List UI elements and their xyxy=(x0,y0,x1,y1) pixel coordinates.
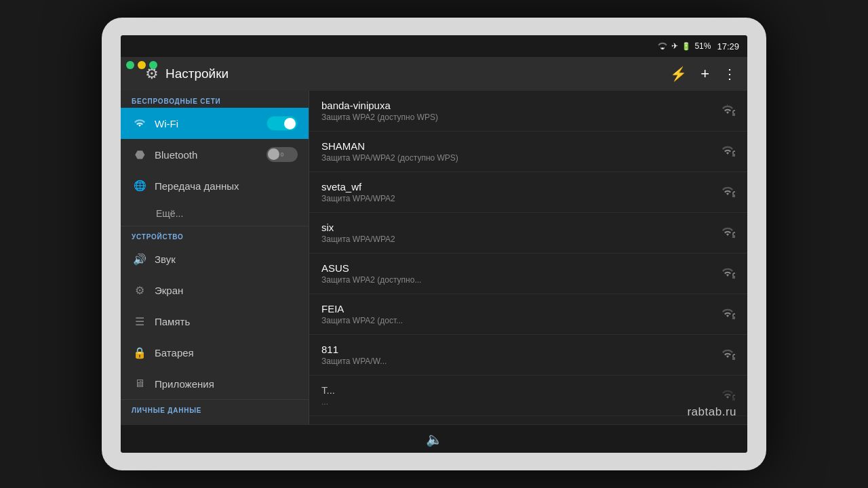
bottom-nav: 🔈 xyxy=(121,424,747,453)
wifi-network-6-name: 811 xyxy=(321,344,720,355)
wifi-network-4-name: ASUS xyxy=(321,262,720,274)
wifi-toggle[interactable] xyxy=(267,116,298,131)
wifi-network-4-signal xyxy=(720,266,735,281)
sidebar-item-location[interactable]: 📍 Местоположение xyxy=(121,417,309,424)
tablet-frame: ✈ 🔋 51% 17:29 ⚙ Настройки ⚡ + xyxy=(102,18,766,470)
svg-rect-4 xyxy=(732,276,735,279)
svg-rect-2 xyxy=(732,195,735,197)
dot-green1 xyxy=(126,61,134,69)
window-dots xyxy=(126,61,157,69)
bluetooth-toggle[interactable]: 0 xyxy=(267,147,298,162)
wifi-network-6[interactable]: 811 Защита WPA/W... xyxy=(309,335,747,375)
wifi-network-1-info: SHAMAN Защита WPA/WPA2 (доступно WPS) xyxy=(321,140,720,163)
wifi-network-1[interactable]: SHAMAN Защита WPA/WPA2 (доступно WPS) xyxy=(309,131,747,172)
main-content: БЕСПРОВОДНЫЕ СЕТИ Wi-Fi xyxy=(121,91,747,424)
svg-rect-1 xyxy=(732,154,735,157)
settings-title: Настройки xyxy=(165,66,229,81)
flash-action-icon[interactable]: ⚡ xyxy=(670,66,687,82)
sound-icon: 🔊 xyxy=(132,251,148,267)
wifi-network-2-name: sveta_wf xyxy=(321,181,720,192)
wifi-network-1-name: SHAMAN xyxy=(321,140,720,152)
wifi-network-5-info: FEIA Защита WPA2 (дост... xyxy=(321,303,720,325)
dot-yellow xyxy=(138,61,146,69)
wifi-network-3-signal xyxy=(720,226,735,241)
sound-label: Звук xyxy=(155,253,176,265)
sidebar-item-bluetooth[interactable]: ⬣ Bluetooth 0 xyxy=(121,139,309,170)
screen-icon: ⚙ xyxy=(132,282,148,298)
top-bar: ⚙ Настройки ⚡ + ⋮ xyxy=(121,57,747,91)
wifi-network-5-security: Защита WPA2 (дост... xyxy=(321,316,720,325)
wifi-network-5-name: FEIA xyxy=(321,303,720,314)
wifi-network-6-info: 811 Защита WPA/W... xyxy=(321,344,720,366)
wifi-network-2[interactable]: sveta_wf Защита WPA/WPA2 xyxy=(309,172,747,213)
sidebar-item-screen[interactable]: ⚙ Экран xyxy=(121,274,309,306)
wifi-network-4[interactable]: ASUS Защита WPA2 (доступно... xyxy=(309,253,747,294)
wifi-network-0-name: banda-vinipuxa xyxy=(321,100,720,111)
battery-status-icon: 🔋 xyxy=(682,42,691,51)
battery-label: Батарея xyxy=(155,347,194,359)
sidebar-item-apps[interactable]: 🖥 Приложения xyxy=(121,368,309,399)
section-personal: ЛИЧНЫЕ ДАННЫЕ xyxy=(121,400,309,417)
sidebar-item-data[interactable]: 🌐 Передача данных xyxy=(121,170,309,201)
memory-icon: ☰ xyxy=(132,313,148,329)
airplane-icon: ✈ xyxy=(671,41,678,51)
wifi-network-0-signal xyxy=(720,104,735,118)
data-icon: 🌐 xyxy=(132,178,148,194)
screen: ✈ 🔋 51% 17:29 ⚙ Настройки ⚡ + xyxy=(121,35,747,453)
sidebar-item-memory[interactable]: ☰ Память xyxy=(121,306,309,337)
wifi-network-2-signal xyxy=(720,185,735,200)
signal-icon xyxy=(657,41,668,51)
svg-rect-0 xyxy=(732,113,735,116)
wifi-network-0[interactable]: banda-vinipuxa Защита WPA2 (доступно WPS… xyxy=(309,91,747,131)
apps-icon: 🖥 xyxy=(132,375,148,392)
wifi-network-1-signal xyxy=(720,144,735,159)
status-time: 17:29 xyxy=(717,41,739,52)
wifi-network-3-info: six Защита WPA/WPA2 xyxy=(321,222,720,244)
svg-rect-6 xyxy=(732,357,735,360)
wifi-network-0-info: banda-vinipuxa Защита WPA2 (доступно WPS… xyxy=(321,100,720,122)
wifi-network-3-name: six xyxy=(321,222,720,233)
sidebar-item-wifi[interactable]: Wi-Fi xyxy=(121,108,309,139)
wifi-network-7[interactable]: T... ... xyxy=(309,375,747,416)
status-icons: ✈ 🔋 51% 17:29 xyxy=(657,41,739,52)
wifi-network-2-security: Защита WPA/WPA2 xyxy=(321,194,720,203)
wifi-network-4-security: Защита WPA2 (доступно... xyxy=(321,275,720,285)
sidebar-item-battery[interactable]: 🔒 Батарея xyxy=(121,337,309,368)
wifi-panel: banda-vinipuxa Защита WPA2 (доступно WPS… xyxy=(309,91,747,424)
wifi-network-7-info: T... ... xyxy=(321,384,720,407)
wifi-label: Wi-Fi xyxy=(155,118,267,129)
apps-label: Приложения xyxy=(155,378,214,390)
wifi-network-1-security: Защита WPA/WPA2 (доступно WPS) xyxy=(321,153,720,163)
wifi-network-3[interactable]: six Защита WPA/WPA2 xyxy=(309,213,747,253)
sidebar-item-more[interactable]: Ещё... xyxy=(121,201,309,226)
status-bar: ✈ 🔋 51% 17:29 xyxy=(121,35,747,57)
wifi-network-4-info: ASUS Защита WPA2 (доступно... xyxy=(321,262,720,285)
wifi-network-0-security: Защита WPA2 (доступно WPS) xyxy=(321,113,720,122)
wifi-network-3-security: Защита WPA/WPA2 xyxy=(321,235,720,244)
wifi-network-6-security: Защита WPA/W... xyxy=(321,357,720,366)
more-label: Ещё... xyxy=(156,208,183,219)
bluetooth-label: Bluetooth xyxy=(155,149,267,161)
wifi-network-7-name: T... xyxy=(321,384,720,396)
dot-green2 xyxy=(149,61,157,69)
screen-label: Экран xyxy=(155,285,183,296)
svg-rect-5 xyxy=(732,317,735,319)
bluetooth-icon: ⬣ xyxy=(132,146,148,163)
add-action-icon[interactable]: + xyxy=(701,65,709,83)
volume-down-icon[interactable]: 🔈 xyxy=(426,431,443,447)
data-label: Передача данных xyxy=(155,180,239,192)
more-action-icon[interactable]: ⋮ xyxy=(723,66,736,82)
section-device: УСТРОЙСТВО xyxy=(121,226,309,243)
sidebar-item-sound[interactable]: 🔊 Звук xyxy=(121,243,309,274)
wifi-network-2-info: sveta_wf Защита WPA/WPA2 xyxy=(321,181,720,203)
wifi-network-5[interactable]: FEIA Защита WPA2 (дост... xyxy=(309,294,747,335)
svg-rect-3 xyxy=(732,235,735,238)
battery-icon: 🔒 xyxy=(132,344,148,361)
wifi-network-7-security: ... xyxy=(321,397,720,407)
svg-rect-7 xyxy=(732,398,735,401)
wifi-network-6-signal xyxy=(720,348,735,363)
memory-label: Память xyxy=(155,316,190,327)
wifi-icon xyxy=(132,115,148,131)
sidebar: БЕСПРОВОДНЫЕ СЕТИ Wi-Fi xyxy=(121,91,309,424)
section-wireless: БЕСПРОВОДНЫЕ СЕТИ xyxy=(121,91,309,108)
